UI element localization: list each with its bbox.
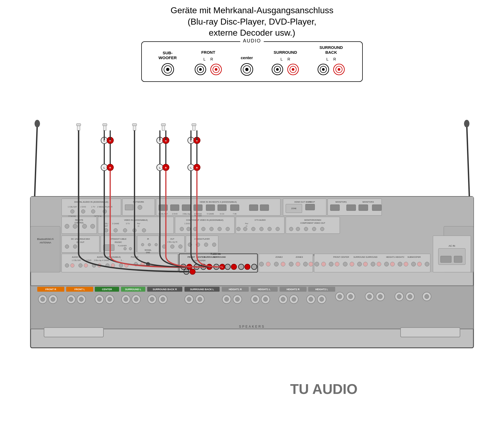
svg-text:PHONO: PHONO xyxy=(131,256,138,258)
svg-rect-82 xyxy=(347,205,356,210)
svg-text:MONITOR/ZONE4: MONITOR/ZONE4 xyxy=(304,219,321,221)
svg-rect-261 xyxy=(147,287,182,292)
svg-point-342 xyxy=(101,164,107,170)
svg-point-174 xyxy=(79,263,82,267)
svg-point-303 xyxy=(261,295,270,303)
svg-text:SIGNAL: SIGNAL xyxy=(145,249,152,251)
svg-point-111 xyxy=(201,227,205,231)
surround-rca-pair xyxy=(271,62,300,76)
surround-back-rca-right xyxy=(332,62,345,76)
svg-rect-115 xyxy=(236,217,284,233)
surround-rca-right xyxy=(287,62,300,76)
diagram-area: Bluetooth/Wi-Fi ANTENNA Bluetooth/Wi-Fi … xyxy=(22,82,482,422)
svg-point-8 xyxy=(215,68,217,71)
svg-point-5 xyxy=(199,68,202,71)
svg-point-239 xyxy=(377,262,381,266)
svg-point-180 xyxy=(119,263,123,267)
svg-text:CBL/: CBL/ xyxy=(104,222,108,224)
svg-point-242 xyxy=(398,262,402,266)
svg-point-316 xyxy=(348,294,353,299)
center-rca xyxy=(240,62,254,76)
svg-text:3 GAME: 3 GAME xyxy=(112,222,119,224)
svg-point-297 xyxy=(222,295,231,303)
svg-rect-330 xyxy=(77,125,80,130)
svg-rect-78 xyxy=(328,199,382,215)
svg-point-279 xyxy=(77,295,86,303)
svg-text:OUT: OUT xyxy=(170,238,175,240)
svg-text:3 Blu-ray: 3 Blu-ray xyxy=(183,213,190,215)
svg-point-240 xyxy=(384,262,389,266)
svg-text:REMOTE: REMOTE xyxy=(75,219,83,221)
subwoofer-rca-svg xyxy=(161,62,175,76)
svg-point-202 xyxy=(214,264,219,269)
center-label: center xyxy=(241,55,253,60)
svg-point-274 xyxy=(41,297,45,301)
svg-point-374 xyxy=(194,164,200,170)
svg-text:ANTENNA: ANTENNA xyxy=(39,241,51,244)
svg-text:AC IN: AC IN xyxy=(449,244,455,247)
svg-point-236 xyxy=(357,262,362,266)
svg-point-11 xyxy=(245,68,248,71)
svg-text:COMPONENT VIDEO OUT: COMPONENT VIDEO OUT xyxy=(300,222,325,224)
svg-point-334 xyxy=(101,137,107,143)
svg-point-113 xyxy=(218,227,221,231)
svg-text:1 CBL/SAT: 1 CBL/SAT xyxy=(72,259,81,261)
title-line2: (Blu-ray Disc-Player, DVD-Player, xyxy=(171,16,334,28)
svg-point-44 xyxy=(91,209,95,213)
svg-rect-362 xyxy=(193,125,195,130)
svg-text:ARC: ARC xyxy=(308,201,312,203)
svg-point-123 xyxy=(268,227,271,231)
svg-point-129 xyxy=(296,227,300,231)
main-container: Geräte mit Mehrkanal-Ausgangsanschluss (… xyxy=(0,0,504,422)
svg-point-209 xyxy=(231,264,237,269)
surround-back-connector: SURROUNDBACK LR xyxy=(317,45,345,76)
svg-rect-33 xyxy=(444,226,473,272)
svg-point-300 xyxy=(235,297,240,301)
svg-rect-74 xyxy=(286,204,302,213)
svg-rect-83 xyxy=(359,205,368,210)
svg-text:1 CBL/SAT: 1 CBL/SAT xyxy=(68,206,77,207)
svg-point-144 xyxy=(129,247,132,250)
svg-rect-71 xyxy=(260,205,269,210)
svg-text:RS232C: RS232C xyxy=(115,241,122,243)
svg-text:HEIGHT1 L: HEIGHT1 L xyxy=(258,288,271,290)
svg-point-285 xyxy=(122,295,130,303)
front-label: FRONT xyxy=(201,50,215,55)
svg-point-43 xyxy=(81,209,85,213)
svg-point-184 xyxy=(146,262,150,266)
svg-point-315 xyxy=(346,292,355,301)
svg-point-130 xyxy=(304,227,308,231)
svg-rect-346 xyxy=(133,125,136,130)
svg-point-20 xyxy=(322,68,325,71)
svg-text:3 TV: 3 TV xyxy=(126,222,130,224)
svg-text:2 DVD: 2 DVD xyxy=(80,206,86,207)
svg-rect-72 xyxy=(283,199,326,215)
subwoofer-rca xyxy=(161,62,175,76)
svg-point-149 xyxy=(141,243,144,246)
front-lr-labels: LR xyxy=(203,57,213,61)
svg-text:SAT: SAT xyxy=(104,225,108,227)
svg-point-25 xyxy=(35,120,40,127)
svg-point-292 xyxy=(161,297,165,301)
svg-point-320 xyxy=(378,294,382,299)
svg-rect-347 xyxy=(132,123,137,126)
svg-text:HDMI IN 4K/HDCP2.3 (ASSIGNABLE: HDMI IN 4K/HDCP2.3 (ASSIGNABLE) xyxy=(200,200,237,203)
svg-point-234 xyxy=(343,262,347,266)
svg-rect-253 xyxy=(37,287,64,292)
svg-point-321 xyxy=(395,292,404,301)
svg-rect-58 xyxy=(182,205,191,210)
connectors-row: SUB-WOOFER FRONT LR xyxy=(150,45,354,76)
svg-text:Bluetooth/Wi-Fi: Bluetooth/Wi-Fi xyxy=(37,237,54,240)
svg-text:ZONE3: ZONE3 xyxy=(296,256,303,258)
svg-point-237 xyxy=(363,262,368,266)
svg-point-207 xyxy=(190,269,195,274)
svg-point-120 xyxy=(243,227,247,231)
svg-point-156 xyxy=(170,245,174,248)
svg-point-294 xyxy=(187,297,191,301)
svg-point-336 xyxy=(107,137,113,143)
svg-point-324 xyxy=(408,294,412,299)
svg-point-352 xyxy=(163,137,169,143)
svg-point-230 xyxy=(315,262,319,266)
svg-point-151 xyxy=(155,243,157,246)
svg-rect-269 xyxy=(280,287,307,292)
